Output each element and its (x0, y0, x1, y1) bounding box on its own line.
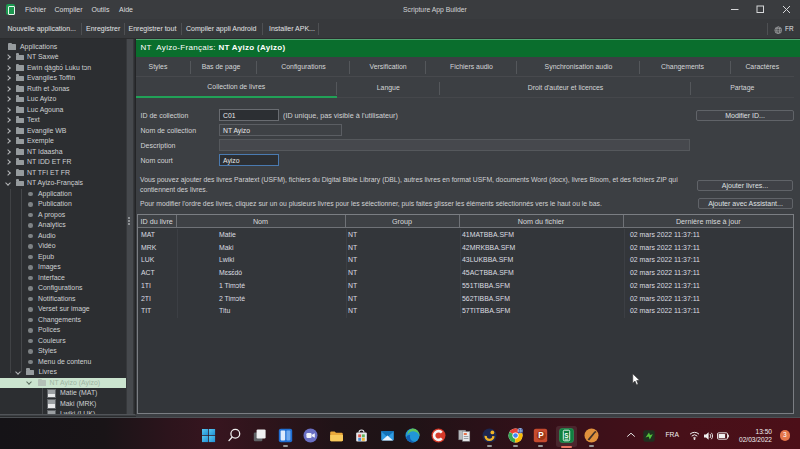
svg-text:P: P (538, 431, 544, 440)
svg-text:S: S (564, 431, 569, 438)
svg-text:JJ: JJ (517, 428, 523, 433)
